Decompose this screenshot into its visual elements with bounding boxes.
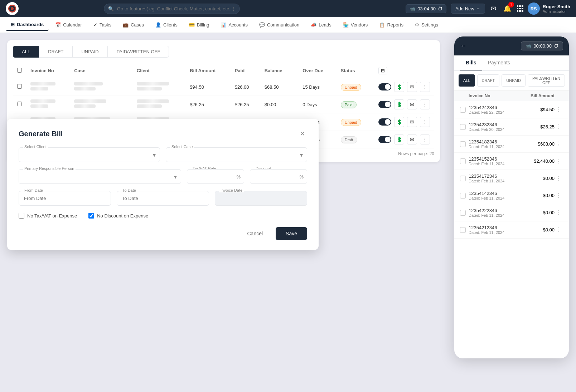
mobile-row-check	[460, 193, 469, 199]
row-actions: 💲 ✉ ⋮	[378, 99, 430, 109]
row-toggle[interactable]	[378, 118, 391, 126]
more-icon-btn[interactable]: ⋮	[420, 117, 430, 127]
no-discount-checkbox-item[interactable]: No Discount on Expense	[88, 213, 148, 219]
mobile-checkbox[interactable]	[460, 227, 466, 233]
mobile-filter-paid-written-off[interactable]: PAID/WRITTEN OFF	[528, 74, 565, 87]
mobile-checkbox[interactable]	[460, 210, 466, 216]
nav-tab-accounts[interactable]: 📊 Accounts	[216, 19, 252, 30]
no-tax-vat-checkbox[interactable]	[19, 213, 24, 219]
more-icon-btn[interactable]: ⋮	[420, 134, 430, 144]
nav-tab-settings[interactable]: ⚙ Settings	[410, 19, 443, 30]
dashboards-icon: ⊞	[11, 22, 15, 27]
invoice-date-input[interactable]	[215, 191, 307, 206]
mobile-checkbox[interactable]	[460, 124, 466, 130]
select-client-dropdown[interactable]	[19, 147, 160, 162]
mobile-filter-all[interactable]: ALL	[459, 74, 475, 87]
mobile-row-more[interactable]: ⋮	[555, 158, 563, 165]
column-settings-button[interactable]: ⊞	[378, 67, 387, 74]
mobile-checkbox[interactable]	[460, 107, 466, 113]
filter-tab-paid-written-off[interactable]: PAID/WRITTEN OFF	[108, 46, 169, 58]
from-date-input[interactable]	[19, 191, 111, 206]
topbar: 🔍 📹 03:04:30 ⏱ Add New ＋ ✉ 🔔 1 RS	[0, 0, 576, 17]
mobile-checkbox[interactable]	[460, 158, 466, 164]
nav-tab-billing[interactable]: 💳 Billing	[184, 19, 214, 30]
invoice-icon-btn[interactable]: 💲	[394, 99, 404, 109]
mobile-row-more[interactable]: ⋮	[555, 123, 563, 130]
add-new-button[interactable]: Add New ＋	[451, 4, 485, 14]
primary-responsible-dropdown[interactable]	[19, 169, 181, 184]
grid-menu-icon[interactable]	[517, 5, 523, 12]
mobile-row-more[interactable]: ⋮	[555, 209, 563, 216]
bill-amount: $26.25	[185, 96, 231, 113]
mobile-checkbox[interactable]	[460, 141, 466, 147]
mobile-row-more[interactable]: ⋮	[555, 192, 563, 199]
primary-responsible-label: Primary Responsible Person	[23, 166, 76, 171]
mobile-list-item: 12354182346 Dated: Feb 11, 2024 $608.00 …	[454, 136, 569, 153]
mobile-tabs: Bills Payments	[454, 55, 569, 71]
invoice-icon-btn[interactable]: 💲	[394, 117, 404, 127]
nav-tab-tasks[interactable]: ✔ Tasks	[88, 19, 116, 30]
discount-input[interactable]: 0	[250, 169, 307, 184]
more-icon-btn[interactable]: ⋮	[420, 99, 430, 109]
invoice-icon-btn[interactable]: 💲	[394, 134, 404, 144]
global-search-input[interactable]	[104, 4, 240, 14]
email-icon-btn[interactable]: ✉	[407, 99, 417, 109]
no-discount-checkbox[interactable]	[88, 213, 94, 219]
nav-tab-dashboards[interactable]: ⊞ Dashboards	[6, 19, 49, 31]
col-header-over-due: Over Due	[298, 63, 336, 78]
mobile-row-amount: $0.00	[526, 193, 555, 198]
tax-vat-input[interactable]: 0	[187, 169, 244, 184]
filter-tab-draft[interactable]: DRAFT	[39, 46, 72, 58]
mobile-row-more[interactable]: ⋮	[555, 141, 563, 147]
row-checkbox[interactable]	[17, 102, 22, 106]
save-button[interactable]: Save	[276, 227, 307, 240]
mobile-filter-unpaid[interactable]: UNPAID	[502, 74, 526, 87]
nav-tab-calendar[interactable]: 📅 Calendar	[50, 19, 87, 30]
mobile-checkbox[interactable]	[460, 193, 466, 199]
filter-tab-all[interactable]: ALL	[13, 46, 39, 58]
to-date-input[interactable]	[117, 191, 209, 206]
nav-tab-cases[interactable]: 💼 Cases	[118, 19, 149, 30]
nav-tab-clients[interactable]: 👤 Clients	[150, 19, 183, 30]
row-toggle[interactable]	[378, 101, 391, 108]
cancel-button[interactable]: Cancel	[238, 227, 271, 240]
select-case-dropdown[interactable]	[166, 147, 307, 162]
col-header-bill-amount: Bill Amount	[185, 63, 231, 78]
mobile-row-more[interactable]: ⋮	[555, 106, 563, 113]
row-checkbox[interactable]	[17, 84, 22, 89]
row-toggle[interactable]	[378, 136, 391, 143]
user-info: Roger Smith Administrator	[543, 4, 570, 14]
modal-title: Generate Bill	[19, 130, 63, 138]
email-icon-btn[interactable]: ✉	[407, 82, 417, 92]
nav-tab-vendors[interactable]: 🏪 Vendors	[338, 19, 373, 30]
email-icon-btn[interactable]: ✉	[407, 117, 417, 127]
col-header-status: Status	[337, 63, 374, 78]
mobile-invoice-date: Dated: Feb 11, 2024	[469, 230, 526, 235]
mobile-row-more[interactable]: ⋮	[555, 226, 563, 233]
mobile-tab-bills[interactable]: Bills	[460, 55, 482, 70]
no-tax-vat-checkbox-item[interactable]: No Tax/VAT on Expense	[19, 213, 77, 219]
select-all-checkbox[interactable]	[17, 68, 22, 73]
nav-tab-communication[interactable]: 💬 Communication	[254, 19, 304, 30]
client-skeleton	[137, 99, 169, 103]
mobile-filter-draft[interactable]: DRAFT	[477, 74, 500, 87]
filter-tab-unpaid[interactable]: UNPAID	[72, 46, 107, 58]
email-icon[interactable]: ✉	[489, 3, 498, 14]
mobile-row-more[interactable]: ⋮	[555, 175, 563, 182]
nav-tab-leads[interactable]: 📣 Leads	[306, 19, 336, 30]
mobile-tab-payments[interactable]: Payments	[482, 55, 516, 70]
mobile-checkbox[interactable]	[460, 176, 466, 181]
email-icon-btn[interactable]: ✉	[407, 134, 417, 144]
nav-tab-reports[interactable]: 📋 Reports	[374, 19, 408, 30]
mobile-invoice-no: 12354152346	[469, 156, 526, 162]
user-profile[interactable]: RS Roger Smith Administrator	[528, 3, 570, 15]
row-toggle[interactable]	[378, 83, 391, 90]
modal-close-button[interactable]: ✕	[297, 129, 307, 139]
more-icon-btn[interactable]: ⋮	[420, 82, 430, 92]
mobile-back-button[interactable]: ←	[460, 42, 466, 50]
cases-icon: 💼	[123, 22, 129, 28]
mobile-timer-toggle[interactable]: ⏱	[554, 43, 558, 49]
mobile-row-check	[460, 176, 469, 181]
status-badge: Unpaid	[341, 119, 361, 126]
invoice-icon-btn[interactable]: 💲	[394, 82, 404, 92]
